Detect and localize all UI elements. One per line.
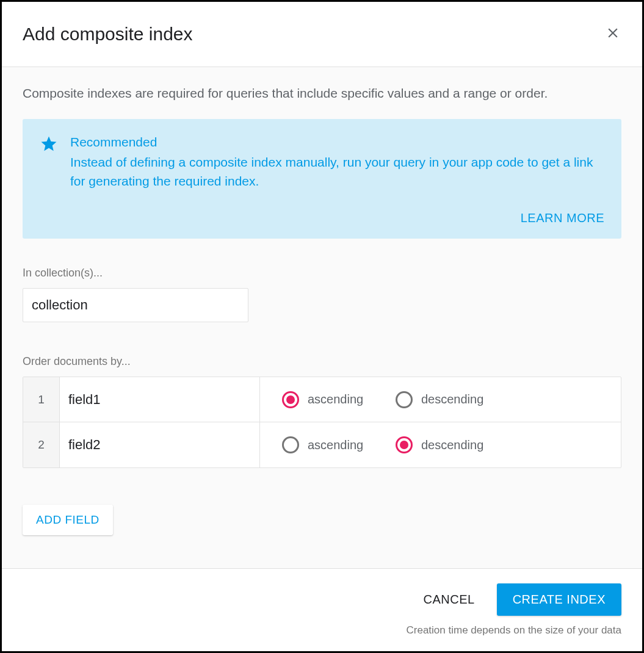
dialog-header: Add composite index <box>2 2 642 67</box>
table-row: 1 ascending <box>23 377 621 422</box>
row-field-cell <box>60 422 260 467</box>
recommendation-card: Recommended Instead of defining a compos… <box>23 119 621 239</box>
radio-icon <box>396 436 413 453</box>
ascending-radio[interactable]: ascending <box>282 436 363 453</box>
descending-label: descending <box>421 438 483 452</box>
row-index: 1 <box>23 377 60 422</box>
radio-icon <box>396 391 413 408</box>
radio-icon <box>282 391 299 408</box>
field-name-input[interactable] <box>60 422 259 467</box>
learn-more-link[interactable]: LEARN MORE <box>521 211 604 225</box>
collection-label: In collection(s)... <box>23 267 621 280</box>
row-sort-options: ascending descending <box>260 377 621 422</box>
collection-section: In collection(s)... <box>23 267 621 355</box>
row-field-cell <box>60 377 260 422</box>
field-name-input[interactable] <box>60 377 259 422</box>
intro-text: Composite indexes are required for queri… <box>23 84 621 102</box>
order-section: Order documents by... 1 ascending <box>23 355 621 468</box>
cancel-button[interactable]: CANCEL <box>424 593 475 607</box>
star-icon <box>40 135 58 153</box>
table-row: 2 ascending <box>23 422 621 467</box>
close-button[interactable] <box>604 26 621 43</box>
footer-buttons: CANCEL CREATE INDEX <box>23 583 621 616</box>
collection-input[interactable] <box>23 288 248 322</box>
row-sort-options: ascending descending <box>260 422 621 467</box>
create-index-button[interactable]: CREATE INDEX <box>497 583 621 616</box>
add-field-button[interactable]: ADD FIELD <box>23 505 113 535</box>
descending-radio[interactable]: descending <box>396 391 483 408</box>
descending-radio[interactable]: descending <box>396 436 483 453</box>
ascending-label: ascending <box>308 438 363 452</box>
add-composite-index-dialog: Add composite index Composite indexes ar… <box>0 0 644 653</box>
dialog-footer: CANCEL CREATE INDEX Creation time depend… <box>2 568 642 651</box>
ascending-label: ascending <box>308 392 363 406</box>
ascending-radio[interactable]: ascending <box>282 391 363 408</box>
recommendation-content: Recommended Instead of defining a compos… <box>40 135 604 190</box>
recommendation-heading: Recommended <box>70 135 604 150</box>
dialog-body: Composite indexes are required for queri… <box>2 67 642 568</box>
recommendation-actions: LEARN MORE <box>40 211 604 225</box>
descending-label: descending <box>421 392 483 406</box>
footer-note: Creation time depends on the size of you… <box>23 624 621 637</box>
dialog-title: Add composite index <box>23 24 193 45</box>
radio-icon <box>282 436 299 453</box>
recommendation-text: Instead of defining a composite index ma… <box>70 153 604 190</box>
row-index: 2 <box>23 422 60 467</box>
order-label: Order documents by... <box>23 355 621 368</box>
recommendation-text-block: Recommended Instead of defining a compos… <box>70 135 604 190</box>
order-table: 1 ascending <box>23 377 621 468</box>
close-icon <box>605 25 621 43</box>
